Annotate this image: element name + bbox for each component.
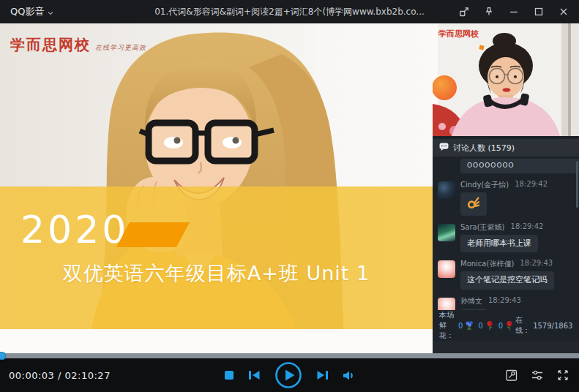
blue-bouquet-icon xyxy=(465,320,474,331)
chat-header-label: 讨论人数 (1579) xyxy=(453,143,515,154)
fullscreen-icon[interactable] xyxy=(556,369,569,382)
app-menu-button[interactable]: QQ影音 xyxy=(0,5,61,18)
title-bar: QQ影音 01.代词&形容词&副词+阅读2篇+词汇8个(博学网www.bxb2b… xyxy=(0,0,579,23)
brand-tagline: 在线学习更高效 xyxy=(95,43,146,53)
playback-controls xyxy=(224,361,356,389)
online-label: 在线： xyxy=(515,315,530,336)
avatar xyxy=(438,298,455,310)
next-button[interactable] xyxy=(316,370,329,380)
chat-message: OOOOOOOO xyxy=(438,159,573,173)
message-content: OOOOOOOO xyxy=(460,159,579,173)
sidebar-bottom-spacer xyxy=(433,341,579,353)
message-content: 孙博文 18:29:43 牛x xyxy=(460,296,521,310)
message-author: Monica(张梓僮) xyxy=(460,259,514,269)
message-author: Sara(王紫嫣) xyxy=(460,222,505,233)
app-name: QQ影音 xyxy=(10,5,44,18)
volume-button[interactable] xyxy=(343,370,356,381)
message-bubble: 这个笔记是挖空笔记吗 xyxy=(460,271,554,289)
flower-count: 0 xyxy=(458,322,463,330)
flower-count: 0 xyxy=(498,322,503,330)
message-bubble xyxy=(460,192,487,216)
flower-count: 0 xyxy=(478,322,482,330)
message-timestamp: 18:29:43 xyxy=(488,296,521,306)
chat-header: 讨论人数 (1579) xyxy=(433,139,579,157)
toolbar-right xyxy=(505,369,569,382)
stop-button[interactable] xyxy=(224,370,234,380)
avatar xyxy=(438,260,455,278)
qq-player-window: QQ影音 01.代词&形容词&副词+阅读2篇+词汇8个(博学网www.bxb2b… xyxy=(0,0,579,392)
chat-message: 孙博文 18:29:43 牛x xyxy=(438,296,573,310)
banner-year: 2020 xyxy=(20,208,129,252)
player-control-bar: 00:00:03 / 02:10:27 xyxy=(0,358,579,392)
brand-row: 学而思网校 在线学习更高效 xyxy=(10,35,146,55)
message-timestamp: 18:29:42 xyxy=(511,222,544,233)
seek-bar[interactable] xyxy=(0,353,579,358)
webcam-brand-logo: 学而思网校 xyxy=(438,29,479,39)
chat-message-list: OOOOOOOO Cindy(金子怡) 18:29:42 Sara(王紫嫣) 1… xyxy=(433,157,579,310)
message-author: Cindy(金子怡) xyxy=(460,180,509,190)
red-rose-icon xyxy=(485,320,494,331)
message-timestamp: 18:29:43 xyxy=(520,259,553,269)
chevron-down-icon xyxy=(48,7,53,18)
window-title: 01.代词&形容词&副词+阅读2篇+词汇8个(博学网www.bxb2b.co..… xyxy=(154,6,425,18)
playlist-settings-icon[interactable] xyxy=(531,369,544,382)
flowers-label: 本场鲜花： xyxy=(439,310,454,341)
chat-message: Monica(张梓僮) 18:29:43 这个笔记是挖空笔记吗 xyxy=(438,259,573,289)
chat-bubble-icon xyxy=(439,143,449,153)
message-bubble: 牛x xyxy=(460,309,487,310)
flowers-status-bar: 本场鲜花： 0 0 0 在线： 1579/1863 xyxy=(433,310,579,341)
maximize-button[interactable] xyxy=(526,0,551,23)
ok-hand-icon xyxy=(467,196,480,209)
message-content: Monica(张梓僮) 18:29:43 这个笔记是挖空笔记吗 xyxy=(460,259,554,289)
online-count: 1579/1863 xyxy=(533,322,572,330)
glasses xyxy=(140,123,274,161)
content-area: 学而思网校 在线学习更高效 2020 双优英语六年级目标A+班 Unit 1 xyxy=(0,23,579,353)
chat-message: Cindy(金子怡) 18:29:42 xyxy=(438,180,573,216)
avatar xyxy=(438,224,455,241)
teacher-webcam: 学而思网校 xyxy=(433,23,579,139)
sidebar: 学而思网校 讨论人数 (1579) OOOOOOOO xyxy=(433,23,579,353)
close-button[interactable] xyxy=(551,0,576,23)
message-content: Sara(王紫嫣) 18:29:42 老师用哪本书上课 xyxy=(460,222,543,252)
chat-scrollbar[interactable] xyxy=(576,161,578,208)
toolbox-icon[interactable] xyxy=(505,369,518,382)
message-content: Cindy(金子怡) 18:29:42 xyxy=(460,180,548,216)
message-author: 孙博文 xyxy=(460,296,482,306)
message-timestamp: 18:29:42 xyxy=(515,180,548,190)
window-controls xyxy=(452,0,579,23)
message-bubble: OOOOOOOO xyxy=(460,159,579,173)
mini-window-icon[interactable] xyxy=(452,0,477,23)
red-rose-icon xyxy=(505,320,514,331)
time-display: 00:00:03 / 02:10:27 xyxy=(9,370,111,381)
teacher-webcam-illustration: 学而思网校 xyxy=(433,23,579,136)
chat-message: Sara(王紫嫣) 18:29:42 老师用哪本书上课 xyxy=(438,222,573,252)
message-bubble: 老师用哪本书上课 xyxy=(460,235,538,252)
course-title: 双优英语六年级目标A+班 Unit 1 xyxy=(0,260,433,287)
previous-button[interactable] xyxy=(248,370,261,380)
play-button[interactable] xyxy=(274,361,302,389)
pin-icon[interactable] xyxy=(477,0,501,23)
brand-logo: 学而思网校 xyxy=(10,35,91,55)
avatar xyxy=(438,181,455,199)
minimize-button[interactable] xyxy=(501,0,526,23)
video-display[interactable]: 学而思网校 在线学习更高效 2020 双优英语六年级目标A+班 Unit 1 xyxy=(0,23,433,353)
